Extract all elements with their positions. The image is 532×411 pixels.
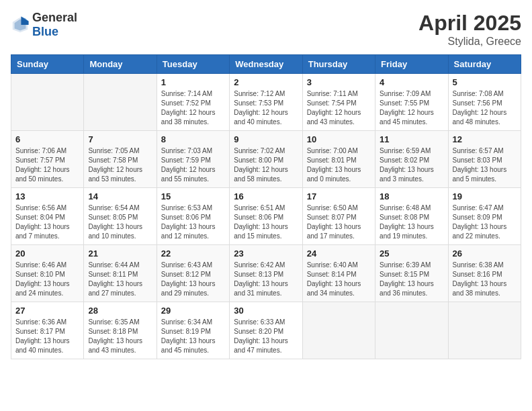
- calendar-cell: 12Sunrise: 6:57 AM Sunset: 8:03 PM Dayli…: [448, 131, 521, 188]
- day-number: 29: [161, 306, 225, 316]
- weekday-header-saturday: Saturday: [448, 55, 521, 74]
- calendar-cell: 1Sunrise: 7:14 AM Sunset: 7:52 PM Daylig…: [157, 74, 229, 131]
- day-number: 3: [307, 77, 371, 87]
- week-row-5: 27Sunrise: 6:36 AM Sunset: 8:17 PM Dayli…: [11, 302, 521, 359]
- day-info: Sunrise: 6:35 AM Sunset: 8:18 PM Dayligh…: [88, 318, 152, 355]
- day-info: Sunrise: 6:33 AM Sunset: 8:20 PM Dayligh…: [234, 318, 298, 355]
- weekday-header-monday: Monday: [84, 55, 157, 74]
- day-info: Sunrise: 6:40 AM Sunset: 8:14 PM Dayligh…: [307, 261, 371, 298]
- day-number: 14: [88, 191, 152, 201]
- calendar-cell: 28Sunrise: 6:35 AM Sunset: 8:18 PM Dayli…: [84, 302, 157, 359]
- weekday-header-sunday: Sunday: [11, 55, 84, 74]
- logo-icon: [11, 15, 30, 34]
- calendar-cell: 6Sunrise: 7:06 AM Sunset: 7:57 PM Daylig…: [11, 131, 84, 188]
- day-number: 2: [234, 77, 298, 87]
- day-info: Sunrise: 6:38 AM Sunset: 8:16 PM Dayligh…: [453, 261, 517, 298]
- day-number: 28: [88, 306, 152, 316]
- calendar-cell: [84, 74, 157, 131]
- calendar-cell: 9Sunrise: 7:02 AM Sunset: 8:00 PM Daylig…: [230, 131, 302, 188]
- week-row-4: 20Sunrise: 6:46 AM Sunset: 8:10 PM Dayli…: [11, 245, 521, 302]
- weekday-header-thursday: Thursday: [302, 55, 375, 74]
- calendar-cell: 10Sunrise: 7:00 AM Sunset: 8:01 PM Dayli…: [302, 131, 375, 188]
- day-info: Sunrise: 6:56 AM Sunset: 8:04 PM Dayligh…: [15, 203, 79, 241]
- day-info: Sunrise: 6:53 AM Sunset: 8:06 PM Dayligh…: [161, 203, 225, 241]
- day-number: 5: [453, 77, 517, 87]
- day-info: Sunrise: 7:09 AM Sunset: 7:55 PM Dayligh…: [380, 89, 443, 127]
- week-row-2: 6Sunrise: 7:06 AM Sunset: 7:57 PM Daylig…: [11, 131, 521, 188]
- calendar-cell: [11, 74, 84, 131]
- week-row-3: 13Sunrise: 6:56 AM Sunset: 8:04 PM Dayli…: [11, 188, 521, 245]
- day-number: 24: [307, 248, 371, 259]
- day-info: Sunrise: 6:54 AM Sunset: 8:05 PM Dayligh…: [88, 203, 152, 241]
- title-block: April 2025 Stylida, Greece: [418, 11, 521, 48]
- calendar-cell: 11Sunrise: 6:59 AM Sunset: 8:02 PM Dayli…: [375, 131, 448, 188]
- day-info: Sunrise: 6:39 AM Sunset: 8:15 PM Dayligh…: [380, 261, 443, 298]
- day-number: 7: [88, 134, 152, 144]
- day-info: Sunrise: 6:42 AM Sunset: 8:13 PM Dayligh…: [234, 261, 298, 298]
- weekday-header-friday: Friday: [375, 55, 448, 74]
- calendar-cell: 15Sunrise: 6:53 AM Sunset: 8:06 PM Dayli…: [157, 188, 229, 245]
- logo-text: General Blue: [32, 11, 77, 39]
- month-title: April 2025: [418, 11, 521, 36]
- calendar-cell: 8Sunrise: 7:03 AM Sunset: 7:59 PM Daylig…: [157, 131, 229, 188]
- logo-general: General: [32, 11, 77, 24]
- day-number: 17: [307, 191, 371, 201]
- day-number: 25: [380, 248, 443, 259]
- day-info: Sunrise: 6:34 AM Sunset: 8:19 PM Dayligh…: [161, 318, 225, 355]
- day-info: Sunrise: 6:48 AM Sunset: 8:08 PM Dayligh…: [380, 203, 443, 241]
- day-number: 30: [234, 306, 298, 316]
- calendar-cell: 2Sunrise: 7:12 AM Sunset: 7:53 PM Daylig…: [230, 74, 302, 131]
- calendar-cell: [448, 302, 521, 359]
- day-info: Sunrise: 7:12 AM Sunset: 7:53 PM Dayligh…: [234, 89, 298, 127]
- calendar-cell: 18Sunrise: 6:48 AM Sunset: 8:08 PM Dayli…: [375, 188, 448, 245]
- logo-blue: Blue: [32, 25, 58, 38]
- calendar-cell: 17Sunrise: 6:50 AM Sunset: 8:07 PM Dayli…: [302, 188, 375, 245]
- day-info: Sunrise: 6:36 AM Sunset: 8:17 PM Dayligh…: [15, 318, 79, 355]
- day-number: 9: [234, 134, 298, 144]
- day-number: 21: [88, 248, 152, 259]
- calendar-cell: 3Sunrise: 7:11 AM Sunset: 7:54 PM Daylig…: [302, 74, 375, 131]
- day-info: Sunrise: 7:00 AM Sunset: 8:01 PM Dayligh…: [307, 146, 371, 184]
- calendar-cell: 23Sunrise: 6:42 AM Sunset: 8:13 PM Dayli…: [230, 245, 302, 302]
- day-number: 4: [380, 77, 443, 87]
- day-info: Sunrise: 6:59 AM Sunset: 8:02 PM Dayligh…: [380, 146, 443, 184]
- page-header: General Blue April 2025 Stylida, Greece: [11, 11, 521, 48]
- svg-marker-2: [21, 16, 28, 25]
- day-number: 1: [161, 77, 225, 87]
- calendar-cell: 4Sunrise: 7:09 AM Sunset: 7:55 PM Daylig…: [375, 74, 448, 131]
- calendar-cell: [375, 302, 448, 359]
- weekday-header-wednesday: Wednesday: [230, 55, 302, 74]
- day-number: 15: [161, 191, 225, 201]
- location-title: Stylida, Greece: [418, 36, 521, 48]
- day-info: Sunrise: 6:43 AM Sunset: 8:12 PM Dayligh…: [161, 261, 225, 298]
- day-info: Sunrise: 6:47 AM Sunset: 8:09 PM Dayligh…: [453, 203, 517, 241]
- day-info: Sunrise: 6:44 AM Sunset: 8:11 PM Dayligh…: [88, 261, 152, 298]
- calendar-cell: 21Sunrise: 6:44 AM Sunset: 8:11 PM Dayli…: [84, 245, 157, 302]
- calendar-cell: 5Sunrise: 7:08 AM Sunset: 7:56 PM Daylig…: [448, 74, 521, 131]
- day-number: 19: [453, 191, 517, 201]
- week-row-1: 1Sunrise: 7:14 AM Sunset: 7:52 PM Daylig…: [11, 74, 521, 131]
- day-number: 8: [161, 134, 225, 144]
- calendar-cell: 7Sunrise: 7:05 AM Sunset: 7:58 PM Daylig…: [84, 131, 157, 188]
- day-number: 27: [15, 306, 79, 316]
- calendar-cell: 25Sunrise: 6:39 AM Sunset: 8:15 PM Dayli…: [375, 245, 448, 302]
- day-info: Sunrise: 7:05 AM Sunset: 7:58 PM Dayligh…: [88, 146, 152, 184]
- calendar-cell: 30Sunrise: 6:33 AM Sunset: 8:20 PM Dayli…: [230, 302, 302, 359]
- calendar-cell: 22Sunrise: 6:43 AM Sunset: 8:12 PM Dayli…: [157, 245, 229, 302]
- day-info: Sunrise: 7:14 AM Sunset: 7:52 PM Dayligh…: [161, 89, 225, 127]
- calendar-cell: 24Sunrise: 6:40 AM Sunset: 8:14 PM Dayli…: [302, 245, 375, 302]
- day-info: Sunrise: 6:50 AM Sunset: 8:07 PM Dayligh…: [307, 203, 371, 241]
- day-number: 11: [380, 134, 443, 144]
- day-number: 6: [15, 134, 79, 144]
- calendar-cell: 19Sunrise: 6:47 AM Sunset: 8:09 PM Dayli…: [448, 188, 521, 245]
- calendar-table: SundayMondayTuesdayWednesdayThursdayFrid…: [11, 54, 521, 359]
- day-number: 13: [15, 191, 79, 201]
- day-number: 20: [15, 248, 79, 259]
- weekday-header-row: SundayMondayTuesdayWednesdayThursdayFrid…: [11, 55, 521, 74]
- calendar-cell: 26Sunrise: 6:38 AM Sunset: 8:16 PM Dayli…: [448, 245, 521, 302]
- calendar-cell: 29Sunrise: 6:34 AM Sunset: 8:19 PM Dayli…: [157, 302, 229, 359]
- day-info: Sunrise: 7:06 AM Sunset: 7:57 PM Dayligh…: [15, 146, 79, 184]
- day-number: 26: [453, 248, 517, 259]
- day-number: 18: [380, 191, 443, 201]
- calendar-cell: [302, 302, 375, 359]
